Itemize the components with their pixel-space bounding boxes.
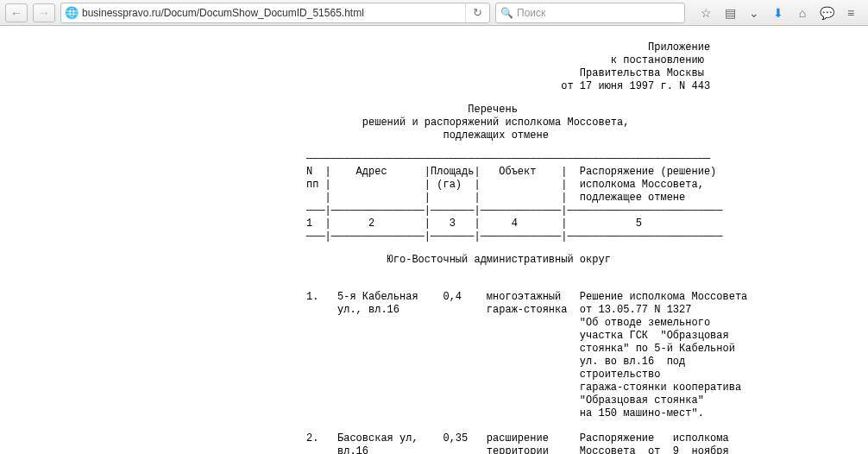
- download-icon[interactable]: ⬇: [770, 6, 787, 20]
- content-viewport[interactable]: Приложение к постановлению Правительства…: [0, 26, 868, 454]
- doc-header-right: Приложение к постановлению Правительства…: [306, 41, 738, 93]
- pocket-icon[interactable]: ⌄: [745, 6, 763, 20]
- doc-table-header: ————————————————————————————————————————…: [306, 153, 738, 243]
- forward-button[interactable]: →: [33, 3, 55, 22]
- reload-button[interactable]: ↻: [465, 3, 489, 22]
- document: Приложение к постановлению Правительства…: [306, 26, 755, 454]
- chat-icon[interactable]: 💬: [818, 6, 835, 20]
- doc-row-2: 2. Басовская ул, 0,35 расширение Распоря…: [306, 432, 738, 454]
- reload-icon: ↻: [473, 6, 482, 19]
- doc-title: Перечень решений и распоряжений исполком…: [306, 104, 738, 142]
- reader-icon[interactable]: ▤: [721, 6, 739, 20]
- search-icon: 🔍: [496, 7, 517, 19]
- doc-section-title: Юго-Восточный административный округ: [306, 254, 738, 267]
- address-bar[interactable]: 🌐 businesspravo.ru/Docum/DocumShow_Docum…: [60, 3, 490, 23]
- arrow-right-icon: →: [38, 6, 50, 20]
- toolbar-icons: ☆ ▤ ⌄ ⬇ ⌂ 💬 ≡: [690, 6, 863, 20]
- home-icon[interactable]: ⌂: [794, 6, 811, 20]
- search-box[interactable]: 🔍 Поиск: [495, 3, 685, 23]
- back-button[interactable]: ←: [5, 3, 28, 22]
- globe-icon: 🌐: [61, 6, 82, 19]
- search-placeholder: Поиск: [517, 7, 545, 19]
- doc-row-1: 1. 5-я Кабельная 0,4 многоэтажный Решени…: [306, 291, 738, 420]
- url-text: businesspravo.ru/Docum/DocumShow_DocumID…: [82, 7, 465, 19]
- star-icon[interactable]: ☆: [697, 6, 714, 20]
- browser-toolbar: ← → 🌐 businesspravo.ru/Docum/DocumShow_D…: [0, 0, 868, 26]
- arrow-left-icon: ←: [10, 6, 22, 20]
- menu-icon[interactable]: ≡: [842, 6, 859, 20]
